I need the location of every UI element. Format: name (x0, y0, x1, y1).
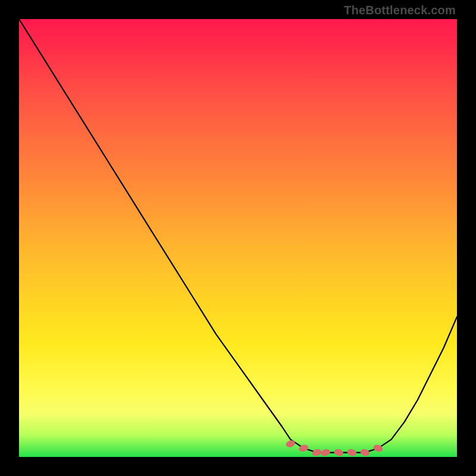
plot-area (19, 19, 457, 457)
optimal-marker (320, 448, 331, 457)
watermark-text: TheBottleneck.com (344, 4, 456, 17)
optimal-marker (311, 448, 322, 457)
chart-svg (19, 19, 457, 457)
optimal-marker (333, 448, 345, 457)
chart-frame: TheBottleneck.com (0, 0, 476, 476)
optimal-band-markers (285, 439, 384, 457)
bottleneck-curve-path (19, 19, 457, 453)
optimal-marker (285, 439, 296, 448)
optimal-marker (346, 448, 358, 457)
optimal-marker (359, 448, 371, 457)
